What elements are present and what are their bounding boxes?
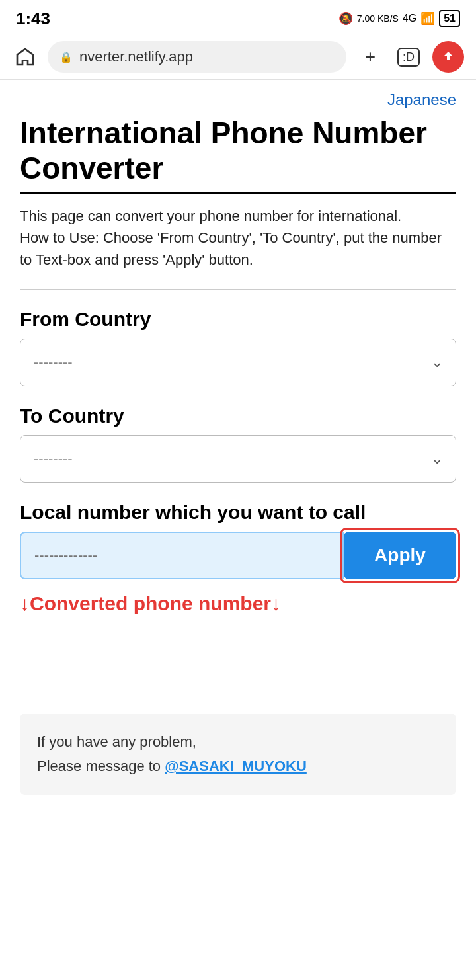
to-country-wrapper: -------- ⌄: [20, 435, 456, 483]
to-country-label: To Country: [20, 405, 456, 427]
title-divider: [20, 192, 456, 194]
new-tab-button[interactable]: +: [356, 42, 385, 71]
data-rate: 7.00 KB/S: [357, 13, 399, 24]
footer-box: If you have any problem, Please message …: [20, 714, 456, 795]
url-text: nverter.netlify.app: [79, 48, 193, 65]
from-country-label: From Country: [20, 308, 456, 331]
section-divider-1: [20, 289, 456, 290]
local-number-input[interactable]: [20, 532, 344, 579]
page-description: This page can convert your phone number …: [20, 205, 456, 270]
upload-button[interactable]: [432, 41, 464, 73]
from-country-wrapper: -------- ⌄: [20, 339, 456, 386]
mute-icon: 🔕: [338, 11, 353, 26]
converted-label: ↓Converted phone number↓: [20, 592, 456, 615]
description-line2: How to Use: Choose 'From Country', 'To C…: [20, 229, 442, 268]
status-time: 1:43: [16, 9, 50, 29]
status-icons: 🔕 7.00 KB/S 4G 📶 51: [338, 10, 460, 27]
bottom-divider: [20, 700, 456, 700]
network-icon: 4G: [403, 13, 416, 24]
description-line1: This page can convert your phone number …: [20, 208, 401, 224]
local-number-label: Local number which you want to call: [20, 501, 456, 524]
footer-line1: If you have any problem,: [37, 733, 196, 750]
lock-icon: 🔒: [60, 51, 73, 63]
home-button[interactable]: [12, 44, 38, 70]
tab-icon: :D: [397, 48, 420, 67]
from-country-select[interactable]: --------: [20, 339, 456, 386]
browser-bar: 🔒 nverter.netlify.app + :D: [0, 34, 476, 80]
battery-indicator: 51: [439, 10, 460, 27]
status-bar: 1:43 🔕 7.00 KB/S 4G 📶 51: [0, 0, 476, 34]
to-country-select[interactable]: --------: [20, 435, 456, 483]
language-link[interactable]: Japanese: [20, 91, 456, 109]
apply-button-wrapper: Apply: [344, 532, 456, 579]
footer-link[interactable]: @SASAKI_MUYOKU: [165, 758, 307, 774]
apply-button[interactable]: Apply: [344, 532, 456, 579]
page-content: Japanese International Phone Number Conv…: [0, 80, 476, 815]
footer-line2: Please message to: [37, 758, 165, 774]
tab-switcher-button[interactable]: :D: [394, 42, 423, 71]
result-area: [20, 628, 456, 681]
local-number-row: Apply: [20, 532, 456, 579]
plus-icon: +: [365, 46, 376, 67]
signal-icon: 📶: [420, 11, 435, 26]
url-bar[interactable]: 🔒 nverter.netlify.app: [48, 41, 346, 73]
page-title: International Phone Number Converter: [20, 116, 456, 186]
